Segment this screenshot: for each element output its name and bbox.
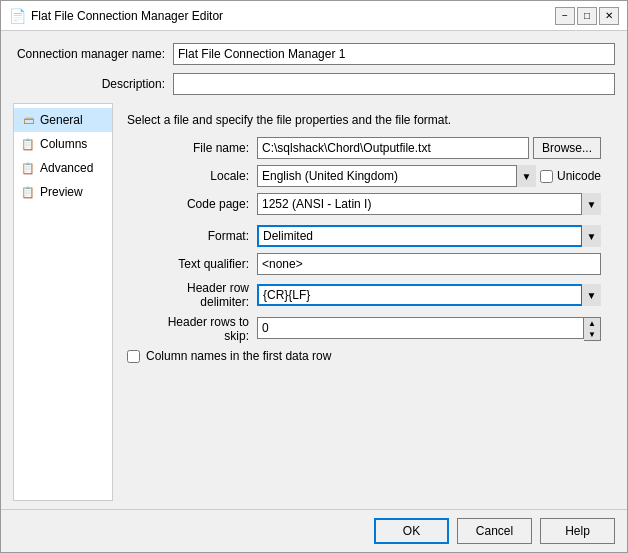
locale-row: Locale: English (United Kingdom) ▼ Unico… — [127, 165, 601, 187]
code-page-row: Code page: 1252 (ANSI - Latin I) ▼ — [127, 193, 601, 215]
panel-description: Select a file and specify the file prope… — [127, 113, 601, 127]
desc-label: Description: — [13, 77, 173, 91]
browse-button[interactable]: Browse... — [533, 137, 601, 159]
header-row-delimiter-label: Header row delimiter: — [127, 281, 257, 309]
text-qualifier-row: Text qualifier: — [127, 253, 601, 275]
maximize-button[interactable]: □ — [577, 7, 597, 25]
column-names-checkbox[interactable] — [127, 350, 140, 363]
main-window: 📄 Flat File Connection Manager Editor − … — [0, 0, 628, 553]
close-button[interactable]: ✕ — [599, 7, 619, 25]
file-name-row: File name: Browse... — [127, 137, 601, 159]
skip-spinner-wrapper: ▲ ▼ — [257, 317, 601, 341]
format-select-wrapper: Delimited ▼ — [257, 225, 601, 247]
sidebar-item-preview[interactable]: 📋 Preview — [14, 180, 112, 204]
minimize-button[interactable]: − — [555, 7, 575, 25]
format-section: Format: Delimited ▼ Text qualifier: Hea — [127, 225, 601, 363]
title-bar-buttons: − □ ✕ — [555, 7, 619, 25]
desc-row: Description: — [13, 73, 615, 95]
title-bar: 📄 Flat File Connection Manager Editor − … — [1, 1, 627, 31]
preview-icon: 📋 — [20, 184, 36, 200]
code-page-select-wrapper: 1252 (ANSI - Latin I) ▼ — [257, 193, 601, 215]
help-button[interactable]: Help — [540, 518, 615, 544]
skip-decrement-button[interactable]: ▼ — [584, 329, 600, 340]
title-bar-left: 📄 Flat File Connection Manager Editor — [9, 8, 223, 24]
unicode-checkbox[interactable] — [540, 170, 553, 183]
header-delimiter-select[interactable]: {CR}{LF} — [257, 284, 601, 306]
text-qualifier-input[interactable] — [257, 253, 601, 275]
desc-input[interactable] — [173, 73, 615, 95]
window-icon: 📄 — [9, 8, 25, 24]
format-select[interactable]: Delimited — [257, 225, 601, 247]
window-title: Flat File Connection Manager Editor — [31, 9, 223, 23]
unicode-label: Unicode — [557, 169, 601, 183]
text-qualifier-label: Text qualifier: — [127, 257, 257, 271]
main-panel: Select a file and specify the file prope… — [113, 103, 615, 501]
sidebar: 🗃 General 📋 Columns 📋 Advanced 📋 Preview — [13, 103, 113, 501]
ok-button[interactable]: OK — [374, 518, 449, 544]
code-page-label: Code page: — [127, 197, 257, 211]
skip-spinner-buttons: ▲ ▼ — [584, 317, 601, 341]
file-name-label: File name: — [127, 141, 257, 155]
skip-increment-button[interactable]: ▲ — [584, 318, 600, 329]
locale-label: Locale: — [127, 169, 257, 183]
sidebar-item-advanced[interactable]: 📋 Advanced — [14, 156, 112, 180]
conn-name-row: Connection manager name: — [13, 43, 615, 65]
sidebar-item-general-label: General — [40, 113, 83, 127]
skip-spinner-input[interactable] — [257, 317, 584, 339]
sidebar-item-preview-label: Preview — [40, 185, 83, 199]
column-names-row: Column names in the first data row — [127, 349, 601, 363]
sidebar-item-columns-label: Columns — [40, 137, 87, 151]
header-rows-skip-label: Header rows to skip: — [127, 315, 257, 343]
header-delimiter-select-wrapper: {CR}{LF} ▼ — [257, 284, 601, 306]
general-icon: 🗃 — [20, 112, 36, 128]
format-label: Format: — [127, 229, 257, 243]
code-page-select[interactable]: 1252 (ANSI - Latin I) — [257, 193, 601, 215]
sidebar-item-columns[interactable]: 📋 Columns — [14, 132, 112, 156]
header-rows-skip-row: Header rows to skip: ▲ ▼ — [127, 315, 601, 343]
footer: OK Cancel Help — [1, 509, 627, 552]
cancel-button[interactable]: Cancel — [457, 518, 532, 544]
conn-name-input[interactable] — [173, 43, 615, 65]
columns-icon: 📋 — [20, 136, 36, 152]
header-row-delimiter-row: Header row delimiter: {CR}{LF} ▼ — [127, 281, 601, 309]
file-name-input[interactable] — [257, 137, 529, 159]
sidebar-item-general[interactable]: 🗃 General — [14, 108, 112, 132]
advanced-icon: 📋 — [20, 160, 36, 176]
unicode-checkbox-group: Unicode — [540, 169, 601, 183]
sidebar-item-advanced-label: Advanced — [40, 161, 93, 175]
conn-name-label: Connection manager name: — [13, 47, 173, 61]
locale-select-wrapper: English (United Kingdom) ▼ — [257, 165, 536, 187]
column-names-label: Column names in the first data row — [146, 349, 331, 363]
format-row: Format: Delimited ▼ — [127, 225, 601, 247]
locale-select[interactable]: English (United Kingdom) — [257, 165, 536, 187]
